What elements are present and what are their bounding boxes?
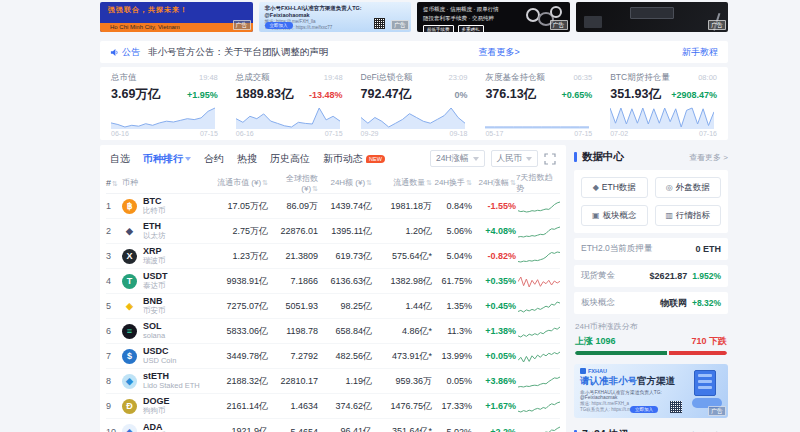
sidebar-info-row[interactable]: 现货黄金 $2621.87 1.952%: [574, 265, 728, 287]
info-value: 物联网: [660, 297, 687, 310]
tab-热搜[interactable]: 热搜: [237, 152, 257, 166]
column-header[interactable]: 流通市值 (¥)⇅: [208, 177, 268, 188]
ad-banner-mining[interactable]: 广告: [576, 2, 729, 32]
price-cell: 1.4634: [268, 401, 318, 411]
date-start: 09-29: [361, 130, 379, 137]
stat-change: +2908.47%: [671, 90, 717, 100]
change-cell: +0.35%: [472, 276, 516, 286]
fullscreen-icon[interactable]: [544, 153, 556, 165]
ad-pill: 多重赠礼: [458, 25, 484, 32]
stat-sparkline: [361, 105, 465, 129]
coin-name-cn: 比特币: [143, 207, 166, 215]
tab-新币动态[interactable]: 新币动态NEW: [323, 152, 385, 166]
stat-value: 792.47亿: [361, 86, 412, 103]
column-header[interactable]: 24H涨幅⇅: [472, 177, 516, 188]
volume-cell: 482.56亿: [318, 350, 372, 363]
stat-card[interactable]: DeFi总锁仓额23:09 792.47亿0% 09-2909-18: [352, 72, 477, 137]
tab-自选[interactable]: 自选: [110, 152, 130, 166]
ad-banner-official-channel[interactable]: 非小号FXH-LAI认准官方渠道负责人TG: @Feixiaohaomak 频道…: [259, 2, 412, 32]
change-cell: -0.82%: [472, 251, 516, 261]
rank-cell: 5: [106, 301, 122, 311]
table-row[interactable]: 2 ◆ ETH以太坊 2.75万亿 22876.01 1395.11亿 1.20…: [106, 219, 560, 244]
ad-banner-vietnam[interactable]: 强强联合，共探未来！ Ho Chi Minh City, Vietnam 广告: [100, 2, 253, 32]
trend-sparkline: [518, 399, 560, 414]
stat-card[interactable]: 总市值19:48 3.69万亿+1.95% 06-1607-15: [102, 72, 227, 137]
data-center-button[interactable]: ◆ETH数据: [581, 177, 648, 198]
trend-sparkline: [518, 249, 560, 264]
coin-icon: T: [122, 274, 137, 289]
tab-合约[interactable]: 合约: [204, 152, 224, 166]
rank-cell: 6: [106, 326, 122, 336]
currency-dropdown[interactable]: 人民币: [491, 150, 539, 167]
data-center-button[interactable]: ▥行情指标: [655, 205, 722, 226]
rank-cell: 9: [106, 401, 122, 411]
table-row[interactable]: 9 Ð DOGE狗狗币 2161.14亿 1.4634 374.62亿 1476…: [106, 394, 560, 419]
data-center-more-link[interactable]: 查看更多 >: [689, 152, 728, 163]
coin-cell: ◆ stETHLido Staked ETH: [122, 372, 208, 389]
table-row[interactable]: 3 X XRP瑞波币 1.23万亿 21.3809 619.73亿 575.64…: [106, 244, 560, 269]
ad-join-button[interactable]: 立即加入: [265, 22, 293, 29]
table-row[interactable]: 1 ฿ BTC比特币 17.05万亿 86.09万 1439.74亿 1981.…: [106, 194, 560, 219]
change-cell: +0.45%: [472, 301, 516, 311]
banner-join-button[interactable]: 立即加入: [630, 406, 658, 413]
price-cell: 86.09万: [268, 200, 318, 213]
column-header[interactable]: 币种: [122, 177, 208, 188]
tab-bar: 自选币种排行合约热搜历史高位新币动态NEW 24H涨幅 人民币: [106, 145, 560, 172]
column-header[interactable]: 7天指数趋势: [516, 172, 560, 194]
stat-change: -13.48%: [309, 90, 343, 100]
table-row[interactable]: 6 ≡ SOLsolana 5833.06亿 1198.78 658.84亿 4…: [106, 319, 560, 344]
sort-filter-dropdown[interactable]: 24H涨幅: [430, 150, 485, 167]
table-row[interactable]: 7 $ USDCUSD Coin 3449.78亿 7.2792 482.56亿…: [106, 344, 560, 369]
market-cap-cell: 3449.78亿: [208, 350, 268, 363]
trend-sparkline: [518, 324, 560, 339]
trend-cell: [516, 199, 560, 214]
table-row[interactable]: 4 T USDT泰达币 9938.91亿 7.1866 6136.63亿 138…: [106, 269, 560, 294]
change-cell: -1.55%: [472, 201, 516, 211]
date-start: 06-16: [236, 130, 254, 137]
ad-pill: 超低手续费: [423, 25, 454, 32]
stat-value: 3.69万亿: [111, 86, 160, 103]
ad-tag: 广告: [391, 20, 409, 30]
column-header[interactable]: 24H额 (¥)⇅: [318, 177, 372, 188]
tab-历史高位[interactable]: 历史高位: [270, 152, 310, 166]
trend-cell: [516, 399, 560, 414]
table-row[interactable]: 10 ◈ ADA艾达币 1921.9亿 5.4654 96.41亿 351.64…: [106, 419, 560, 432]
coin-cell: ◆ ETH以太坊: [122, 222, 208, 239]
tutorial-link[interactable]: 新手教程: [682, 46, 718, 59]
sidebar-info-row[interactable]: 板块概念 物联网 +8.32%: [574, 292, 728, 314]
stat-card[interactable]: 灰度基金持仓额06:35 376.13亿+0.65% 05-1707-15: [476, 72, 601, 137]
volume-cell: 98.25亿: [318, 300, 372, 313]
ad-banner-exchange[interactable]: 提币额度 · 信用额度 · 跟单行情 随投套利零手续费 · 交易纯粹 超低手续费…: [417, 2, 570, 32]
data-center-button[interactable]: ▣板块概念: [581, 205, 648, 226]
trend-cell: [516, 299, 560, 314]
coin-icon: ◈: [122, 424, 137, 432]
stat-change: +0.65%: [561, 90, 592, 100]
stat-value: 1889.83亿: [236, 86, 294, 103]
table-row[interactable]: 8 ◆ stETHLido Staked ETH 2188.32亿 22810.…: [106, 369, 560, 394]
market-cap-cell: 2.75万亿: [208, 225, 268, 238]
table-body: 1 ฿ BTC比特币 17.05万亿 86.09万 1439.74亿 1981.…: [106, 194, 560, 432]
sort-icon: ⇅: [112, 180, 118, 187]
column-header[interactable]: 24H换手⇅: [432, 177, 472, 188]
coin-cell: ≡ SOLsolana: [122, 322, 208, 339]
button-icon: ◎: [666, 183, 673, 192]
data-center-button[interactable]: ◎外盘数据: [655, 177, 722, 198]
announcement-more-link[interactable]: 查看更多>: [479, 46, 520, 59]
supply-cell: 473.91亿*: [372, 350, 432, 363]
tab-币种排行[interactable]: 币种排行: [143, 152, 191, 166]
column-header[interactable]: 全球指数 (¥)⇅: [268, 173, 318, 193]
rank-cell: 4: [106, 276, 122, 286]
stat-card[interactable]: BTC期货持仓量08:00 351.93亿+2908.47% 07-0207-1…: [601, 72, 726, 137]
turnover-cell: 5.04%: [432, 251, 472, 261]
market-cap-cell: 2188.32亿: [208, 375, 268, 388]
supply-cell: 351.64亿*: [372, 425, 432, 432]
stat-card[interactable]: 总成交额19:48 1889.83亿-13.48% 06-1607-15: [227, 72, 352, 137]
table-row[interactable]: 5 ◈ BNB币安币 7275.07亿 5051.93 98.25亿 1.44亿…: [106, 294, 560, 319]
column-header[interactable]: #⇅: [106, 178, 122, 188]
sidebar-info-row[interactable]: ETH2.0当前质押量 0 ETH: [574, 238, 728, 260]
coin-cell: X XRP瑞波币: [122, 247, 208, 264]
column-header[interactable]: 流通数量⇅: [372, 177, 432, 188]
price-cell: 22876.01: [268, 226, 318, 236]
sidebar-ad-banner[interactable]: FXHAU 请认准非小号官方渠道 非小号FXHAU认准官方渠道负责人TG: @F…: [574, 364, 728, 418]
coin-icon: ≡: [122, 324, 137, 339]
